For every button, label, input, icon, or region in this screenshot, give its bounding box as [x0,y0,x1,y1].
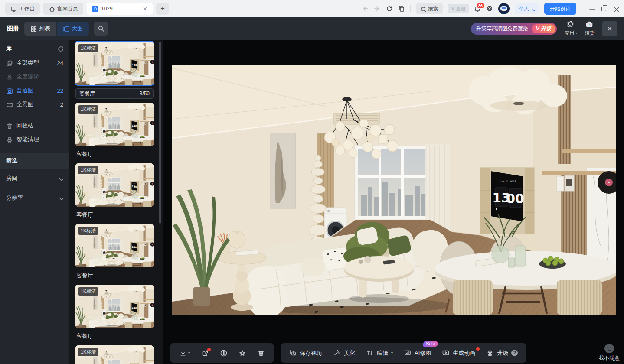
trash-icon [258,350,265,357]
close-tab-icon[interactable]: ✕ [143,6,147,12]
thumbnail-item[interactable]: 1K标清 [75,285,154,328]
render-preview[interactable] [172,65,616,315]
filter-room[interactable]: 房间 [0,169,69,188]
start-design-button[interactable]: 开始设计 [544,3,576,15]
close-album-button[interactable]: ✕ [602,21,617,36]
thumbnail-item[interactable]: 1K标清 [75,163,154,207]
home-icon [49,6,55,12]
chevron-down-icon [58,195,63,201]
settings-button[interactable] [486,5,493,12]
search-icon [420,6,426,12]
chevron-down-icon: ▾ [188,351,190,355]
thumbnail-caption: 客餐厅 [76,272,163,280]
favorite-button[interactable] [239,350,246,357]
sidebar-item-panorama[interactable]: 全景图 2 [0,98,69,111]
help-icon[interactable]: ? [511,350,518,356]
duplicate-icon[interactable] [398,5,405,12]
sidebar-item-all-types[interactable]: 全部类型 24 [0,56,69,70]
sidebar-item-smart-clean[interactable]: 智能清理 [0,133,69,146]
thumbnail-scrollbar[interactable] [159,42,161,224]
divider [0,115,69,115]
download-icon [180,350,186,357]
large-image-icon [63,26,69,32]
thumbnail-item-selected[interactable]: 1K标清 [75,42,154,85]
sidebar-item-label: 智能清理 [16,136,63,143]
start-design-label: 开始设计 [550,5,571,13]
assistant-avatar[interactable] [498,3,510,14]
sidebar-item-count: 2 [60,101,63,108]
thumbnail-item[interactable]: 1K标清 [75,224,154,267]
resolution-badge: 1K标清 [78,227,98,235]
upgrade-label: 升级 [497,349,508,357]
open-external-button[interactable] [202,350,209,357]
tab-document[interactable]: 1029 ✕ [87,3,153,15]
edit-button[interactable]: 编辑 ▾ [366,349,393,357]
dissatisfied-button[interactable]: 我不满意 [599,344,620,362]
sidebar-item-roam[interactable]: 全屋漫游 [0,70,69,84]
view-list-button[interactable]: 列表 [24,22,56,36]
beta-badge: Beta [423,341,438,347]
view-large-button[interactable]: 大图 [57,22,89,36]
thumbnail-panel: 1K标清 客餐厅 3/50 1K标清 客餐厅 1K标清 客餐厅 1K标清 客餐厅… [69,40,163,364]
search-button[interactable]: 搜索 [416,3,443,14]
upgrade-button[interactable]: 升级 ? [487,349,518,357]
ai-image-icon [404,349,412,357]
thumbnail-item[interactable]: 1K标清 [75,345,154,364]
notification-count-badge: 86 [476,2,485,9]
search-icon [98,25,105,32]
sidebar-item-label: 回收站 [16,122,63,130]
filter-resolution[interactable]: 分辨率 [0,188,69,208]
user-menu-label: 个人 [519,5,529,13]
delete-button[interactable] [258,350,265,357]
refresh-library-icon[interactable] [57,46,63,52]
image-viewer: ▾ 保存视角 美化 [163,40,624,364]
make-animation-label: 生成动画 [453,349,475,357]
ai-edit-button[interactable]: AI修图 Beta [404,349,431,357]
apps-button[interactable]: 应用▾ [565,21,577,36]
ai-edit-label: AI修图 [415,349,431,357]
sidebar-item-recycle-bin[interactable]: 回收站 [0,119,69,133]
info-button[interactable] [220,350,227,357]
sidebar-item-normal-images[interactable]: 普通图 22 [0,84,69,98]
thumbnail-caption: 客餐厅 [76,332,163,340]
divider [582,5,582,12]
resolution-badge: 1K标清 [78,166,98,174]
puzzle-icon [567,21,575,29]
forward-icon[interactable] [374,5,381,12]
upgrade-promo-banner[interactable]: 升级享高清图免费渲染 V 升级 [471,23,557,35]
make-animation-button[interactable]: 生成动画 [442,349,475,357]
new-tab-button[interactable]: + [156,3,169,15]
save-view-button[interactable]: 保存视角 [289,349,322,357]
promo-upgrade-button[interactable]: V 升级 [532,24,555,33]
thumbnail-item[interactable]: 1K标清 [75,103,154,146]
album-search-button[interactable] [94,22,108,36]
image-stack-icon [6,60,13,66]
chevron-down-icon [531,6,535,11]
render-camera-icon [586,21,594,29]
tab-homepage[interactable]: 官网首页 [43,3,83,15]
minimize-button[interactable] [589,6,595,12]
camera-icon [6,88,13,94]
refresh-icon[interactable] [386,5,393,12]
render-button[interactable]: 渲染 [585,21,595,36]
save-view-icon [289,349,297,357]
notifications-button[interactable]: 86 [474,5,481,12]
download-button[interactable]: ▾ [180,350,190,357]
close-window-button[interactable] [613,6,619,12]
resolution-badge: 1K标清 [78,44,98,52]
beautify-button[interactable]: 美化 [333,349,355,357]
back-icon[interactable] [362,5,369,12]
library-sidebar: 库 全部类型 24 全屋漫游 普通图 22 全景图 2 回收站 [0,40,69,364]
divider [356,5,356,12]
plan-badge[interactable]: V 基础 [448,4,469,13]
render-image [172,65,616,315]
user-menu-button[interactable]: 个人 [515,3,539,14]
restore-button[interactable] [601,6,606,11]
thumbnail-caption-bar[interactable]: 客餐厅 3/50 [75,88,154,99]
album-toolbar: 图册 列表 大图 升级享高清图免费渲染 V 升级 应用▾ 渲染 ✕ [0,17,624,40]
sidebar-item-label: 普通图 [16,87,53,94]
tab-workbench[interactable]: 工作台 [5,3,40,15]
beautify-label: 美化 [344,349,355,357]
view-large-label: 大图 [72,25,83,32]
filter-resolution-label: 分辨率 [6,194,23,202]
